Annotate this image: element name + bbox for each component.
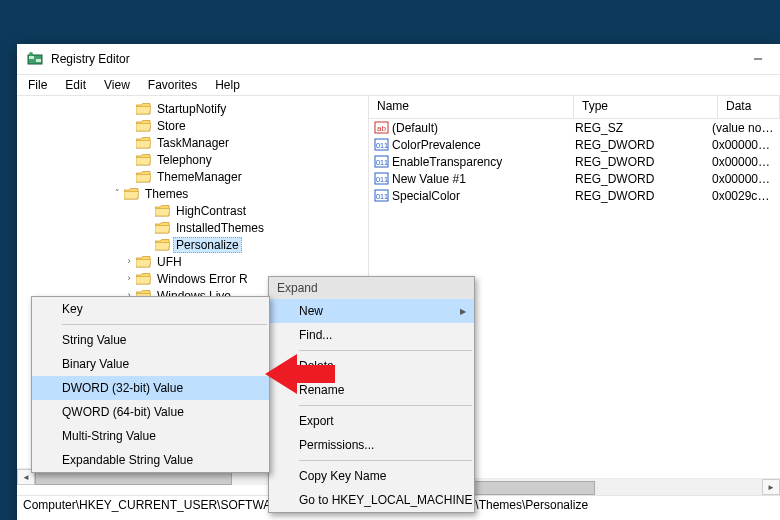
folder-icon [136,103,151,115]
value-name: ColorPrevalence [392,138,481,152]
menu-new-qword-64-bit-value[interactable]: QWORD (64-bit) Value [32,400,269,424]
svg-rect-1 [29,56,34,59]
tree-item-label: InstalledThemes [173,220,267,236]
folder-icon [136,154,151,166]
folder-icon [155,205,170,217]
minimize-button[interactable] [735,44,780,74]
tree-item-label: StartupNotify [154,101,229,117]
menu-copy-key-name[interactable]: Copy Key Name [269,464,474,488]
scroll-right-button[interactable]: ► [762,479,780,495]
menu-help[interactable]: Help [206,76,249,94]
value-row[interactable]: 011ColorPrevalenceREG_DWORD0x00000000 (0… [369,136,780,153]
context-separator [299,405,472,406]
tree-item-thememanager[interactable]: ThemeManager [17,168,368,185]
tree-item-label: ThemeManager [154,169,245,185]
context-menu-key: ExpandNewFind...DeleteRenameExportPermis… [268,276,475,513]
folder-icon [155,222,170,234]
menu-delete[interactable]: Delete [269,354,474,378]
menu-new-binary-value[interactable]: Binary Value [32,352,269,376]
tree-item-telephony[interactable]: Telephony [17,151,368,168]
value-row[interactable]: ab(Default)REG_SZ(value not set) [369,119,780,136]
menu-find[interactable]: Find... [269,323,474,347]
svg-text:011: 011 [376,175,388,184]
menu-new-string-value[interactable]: String Value [32,328,269,352]
folder-icon [124,188,139,200]
menu-edit[interactable]: Edit [56,76,95,94]
folder-icon [136,137,151,149]
context-header: Expand [269,277,474,299]
value-row[interactable]: 011SpecialColorREG_DWORD0x0029cc9a (2739… [369,187,780,204]
column-data[interactable]: Data [718,96,780,118]
tree-item-label: Store [154,118,189,134]
menu-rename[interactable]: Rename [269,378,474,402]
value-data: 0x00000000 (0) [707,138,780,152]
svg-text:011: 011 [376,141,388,150]
context-separator [299,350,472,351]
menu-favorites[interactable]: Favorites [139,76,206,94]
tree-item-highcontrast[interactable]: HighContrast [17,202,368,219]
folder-icon [136,171,151,183]
folder-icon [155,239,170,251]
app-icon [27,51,43,67]
menu-new-expandable-string-value[interactable]: Expandable String Value [32,448,269,472]
list-header: Name Type Data [369,96,780,119]
context-menu-new: KeyString ValueBinary ValueDWORD (32-bit… [31,296,270,473]
folder-icon [136,120,151,132]
menu-file[interactable]: File [19,76,56,94]
value-type: REG_DWORD [570,138,707,152]
value-type: REG_SZ [570,121,707,135]
value-type: REG_DWORD [570,172,707,186]
menu-permissions[interactable]: Permissions... [269,433,474,457]
tree-collapse-icon[interactable]: ˅ [110,186,124,201]
value-name: EnableTransparency [392,155,502,169]
value-data: 0x00000001 (1) [707,155,780,169]
value-type: REG_DWORD [570,155,707,169]
window-title: Registry Editor [51,52,735,66]
tree-expand-icon[interactable]: › [122,271,136,286]
menubar: File Edit View Favorites Help [17,75,780,96]
menu-new-multi-string-value[interactable]: Multi-String Value [32,424,269,448]
tree-item-installedthemes[interactable]: InstalledThemes [17,219,368,236]
svg-text:011: 011 [376,158,388,167]
folder-icon [136,256,151,268]
titlebar: Registry Editor [17,44,780,75]
svg-rect-2 [36,59,41,62]
tree-item-label: HighContrast [173,203,249,219]
context-separator [62,324,267,325]
column-name[interactable]: Name [369,96,574,118]
tree-item-startupnotify[interactable]: StartupNotify [17,100,368,117]
tree-item-label: UFH [154,254,185,270]
binary-value-icon: 011 [374,188,389,203]
folder-icon [136,273,151,285]
tree-item-store[interactable]: Store [17,117,368,134]
value-data: 0x0029cc9a (27393 [707,189,780,203]
menu-view[interactable]: View [95,76,139,94]
tree-item-label: Windows Error R [154,271,251,287]
value-row[interactable]: 011New Value #1REG_DWORD0x00000000 (0) [369,170,780,187]
value-type: REG_DWORD [570,189,707,203]
tree-item-themes[interactable]: ˅Themes [17,185,368,202]
tree-expand-icon[interactable]: › [122,254,136,269]
tree-item-label: TaskManager [154,135,232,151]
tree-item-taskmanager[interactable]: TaskManager [17,134,368,151]
menu-new-dword-32-bit-value[interactable]: DWORD (32-bit) Value [32,376,269,400]
tree-item-label: Themes [142,186,191,202]
value-name: New Value #1 [392,172,466,186]
binary-value-icon: 011 [374,171,389,186]
tree-item-label: Personalize [173,237,242,253]
menu-new[interactable]: New [269,299,474,323]
context-separator [299,460,472,461]
binary-value-icon: 011 [374,137,389,152]
value-data: 0x00000000 (0) [707,172,780,186]
tree-item-label: Telephony [154,152,215,168]
tree-item-personalize[interactable]: Personalize [17,236,368,253]
value-name: SpecialColor [392,189,460,203]
binary-value-icon: 011 [374,154,389,169]
column-type[interactable]: Type [574,96,718,118]
menu-new-key[interactable]: Key [32,297,269,321]
tree-item-ufh[interactable]: ›UFH [17,253,368,270]
menu-export[interactable]: Export [269,409,474,433]
value-row[interactable]: 011EnableTransparencyREG_DWORD0x00000001… [369,153,780,170]
menu-go-to-hkey-local-machine[interactable]: Go to HKEY_LOCAL_MACHINE [269,488,474,512]
value-name: (Default) [392,121,438,135]
